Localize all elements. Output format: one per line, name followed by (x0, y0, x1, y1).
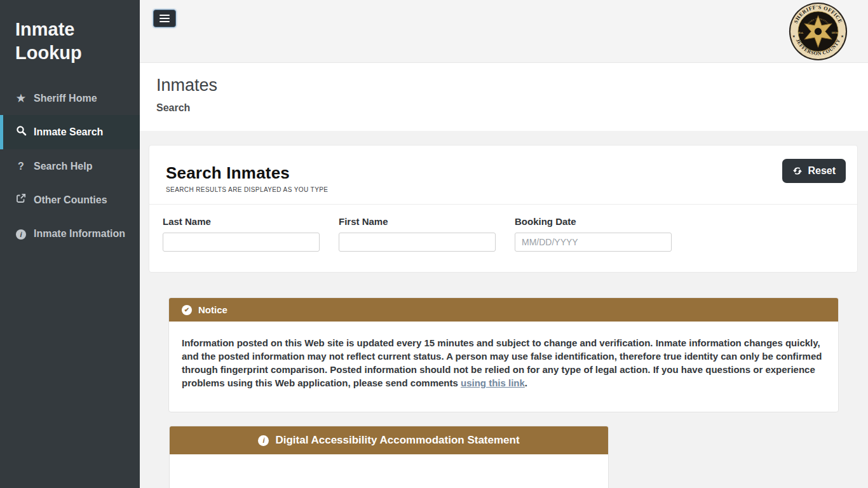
sidebar-item-search-help[interactable]: ? Search Help (0, 149, 140, 183)
search-icon (15, 125, 27, 139)
accessibility-panel-header: i Digital Accessibility Accommodation St… (170, 426, 608, 454)
info-circle-icon: i (258, 435, 269, 446)
comments-link[interactable]: using this link (461, 377, 525, 388)
last-name-field-group: Last Name (163, 216, 320, 252)
search-card-title: Search Inmates (166, 163, 846, 183)
refresh-icon (792, 166, 803, 176)
sidebar-item-sheriff-home[interactable]: ★ Sheriff Home (0, 81, 140, 115)
seal-left-star-icon: ★ (792, 34, 796, 38)
booking-date-field-group: Booking Date (515, 216, 672, 252)
sidebar-item-label: Other Counties (34, 193, 107, 207)
first-name-field-group: First Name (339, 216, 496, 252)
booking-date-input[interactable] (515, 233, 672, 252)
page-subtitle: Search (156, 102, 868, 114)
sheriff-office-seal: SHERIFF'S OFFICE JEFFERSON COUNTY SWORN … (789, 2, 848, 61)
sidebar: Inmate Lookup ★ Sheriff Home Inmate Sear… (0, 0, 140, 488)
search-card-subtitle: SEARCH RESULTS ARE DISPLAYED AS YOU TYPE (166, 186, 846, 193)
reset-button[interactable]: Reset (782, 159, 846, 183)
last-name-input[interactable] (163, 233, 320, 252)
accessibility-panel-title: Digital Accessibility Accommodation Stat… (275, 434, 519, 447)
external-link-icon (15, 193, 27, 207)
last-name-label: Last Name (163, 216, 320, 227)
first-name-label: First Name (339, 216, 496, 227)
sidebar-item-label: Inmate Information (34, 227, 125, 240)
check-circle-icon: ✔ (182, 305, 192, 315)
hamburger-icon (159, 15, 170, 16)
sidebar-item-label: Sheriff Home (34, 92, 97, 105)
notice-panel-header: ✔ Notice (169, 298, 838, 322)
sidebar-toggle-button[interactable] (153, 10, 176, 27)
sidebar-item-inmate-information[interactable]: i Inmate Information (0, 217, 140, 250)
inmate-lookup-app: Inmate Lookup ★ Sheriff Home Inmate Sear… (0, 0, 868, 488)
page-title: Inmates (156, 76, 868, 95)
seal-est-label: Est. (798, 31, 804, 34)
app-title: Inmate Lookup (0, 0, 140, 78)
accessibility-panel: i Digital Accessibility Accommodation St… (169, 426, 609, 488)
sidebar-nav: ★ Sheriff Home Inmate Search ? Search He… (0, 81, 140, 250)
star-icon: ★ (15, 92, 27, 105)
first-name-input[interactable] (339, 233, 496, 252)
sidebar-item-inmate-search[interactable]: Inmate Search (0, 115, 140, 149)
reset-button-label: Reset (808, 165, 836, 177)
search-form: Last Name First Name Booking Date (149, 205, 857, 272)
topbar: SHERIFF'S OFFICE JEFFERSON COUNTY SWORN … (140, 0, 868, 63)
search-card-header: Search Inmates SEARCH RESULTS ARE DISPLA… (149, 146, 857, 205)
notice-text-end: . (525, 377, 527, 388)
booking-date-label: Booking Date (515, 216, 672, 227)
main-area: SHERIFF'S OFFICE JEFFERSON COUNTY SWORN … (140, 0, 868, 488)
notice-panel-title: Notice (198, 304, 227, 315)
question-icon: ? (15, 159, 27, 173)
seal-est-year: 1850 (832, 31, 839, 34)
sidebar-item-other-counties[interactable]: Other Counties (0, 183, 140, 217)
info-icon: i (15, 227, 27, 240)
notice-panel-body: Information posted on this Web site is u… (169, 322, 838, 412)
search-inmates-card: Search Inmates SEARCH RESULTS ARE DISPLA… (149, 145, 858, 273)
accessibility-panel-body (170, 454, 608, 488)
sidebar-item-label: Inmate Search (34, 125, 103, 139)
seal-right-star-icon: ★ (841, 34, 844, 38)
page-header: Inmates Search (140, 63, 868, 131)
sidebar-item-label: Search Help (34, 159, 92, 173)
notice-panel: ✔ Notice Information posted on this Web … (168, 297, 839, 412)
